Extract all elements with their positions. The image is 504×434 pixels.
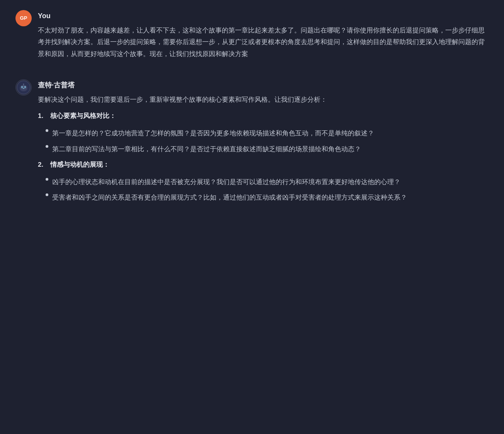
bullet-text: 第一章是怎样的？它成功地营造了怎样的氛围？是否因为更多地依赖现场描述和角色互动，… [52,128,489,140]
section-2-number: 2. [38,159,47,171]
section-1-bullets: 第一章是怎样的？它成功地营造了怎样的氛围？是否因为更多地依赖现场描述和角色互动，… [46,128,489,155]
user-message-text: 不太对劲了朋友，内容越来越差，让人看不下去，这和这个故事的第一章比起来差太多了。… [38,25,489,60]
section-2-colon: ： [103,161,109,168]
section-1-title: 核心要素与风格对比 [50,112,109,120]
user-avatar-initials: GP [20,14,27,23]
ai-intro-text: 要解决这个问题，我们需要退后一步，重新审视整个故事的核心要素和写作风格。让我们逐… [38,94,489,106]
bullet-dot-icon [46,129,48,132]
svg-rect-5 [23,88,24,89]
bullet-text: 第二章目前的写法与第一章相比，有什么不同？是否过于依赖直接叙述而缺乏细腻的场景描… [52,144,489,155]
user-sender-name: You [38,10,489,22]
ai-robot-icon [17,80,31,94]
section-2-header: 2. 情感与动机的展现： [38,159,489,171]
bullet-item: 凶手的心理状态和动机在目前的描述中是否被充分展现？我们是否可以通过他的行为和环境… [46,176,489,188]
user-avatar: GP [15,10,32,26]
user-message-content: You 不太对劲了朋友，内容越来越差，让人看不下去，这和这个故事的第一章比起来差… [38,9,489,65]
bullet-item: 第二章目前的写法与第一章相比，有什么不同？是否过于依赖直接叙述而缺乏细腻的场景描… [46,144,489,155]
ai-sender-name: 查特·古普塔 [38,79,489,92]
section-2-title: 情感与动机的展现 [50,161,103,168]
section-2-bullets: 凶手的心理状态和动机在目前的描述中是否被充分展现？我们是否可以通过他的行为和环境… [46,176,489,204]
chat-container: GP You 不太对劲了朋友，内容越来越差，让人看不下去，这和这个故事的第一章比… [0,0,504,237]
bullet-item: 受害者和凶手之间的关系是否有更合理的展现方式？比如，通过他们的互动或者凶手对受害… [46,192,489,204]
user-message-block: GP You 不太对劲了朋友，内容越来越差，让人看不下去，这和这个故事的第一章比… [15,9,489,65]
svg-point-4 [24,86,26,88]
section-1-colon: ： [109,112,116,120]
ai-message-text: 要解决这个问题，我们需要退后一步，重新审视整个故事的核心要素和写作风格。让我们逐… [38,94,489,204]
svg-point-3 [21,86,23,88]
svg-point-7 [23,84,24,85]
ai-message-content: 查特·古普塔 要解决这个问题，我们需要退后一步，重新审视整个故事的核心要素和写作… [38,79,489,208]
ai-avatar [15,79,32,96]
ai-avatar-image [16,80,31,95]
bullet-dot-icon [46,193,48,196]
bullet-text: 凶手的心理状态和动机在目前的描述中是否被充分展现？我们是否可以通过他的行为和环境… [52,176,489,188]
ai-message-block: 查特·古普塔 要解决这个问题，我们需要退后一步，重新审视整个故事的核心要素和写作… [15,79,489,208]
user-message-paragraph: 不太对劲了朋友，内容越来越差，让人看不下去，这和这个故事的第一章比起来差太多了。… [38,25,489,60]
bullet-text: 受害者和凶手之间的关系是否有更合理的展现方式？比如，通过他们的互动或者凶手对受害… [52,192,489,204]
section-1-number: 1. [38,110,47,122]
bullet-item: 第一章是怎样的？它成功地营造了怎样的氛围？是否因为更多地依赖现场描述和角色互动，… [46,128,489,140]
bullet-dot-icon [46,145,48,148]
bullet-dot-icon [46,178,48,181]
section-1-header: 1. 核心要素与风格对比： [38,110,489,122]
